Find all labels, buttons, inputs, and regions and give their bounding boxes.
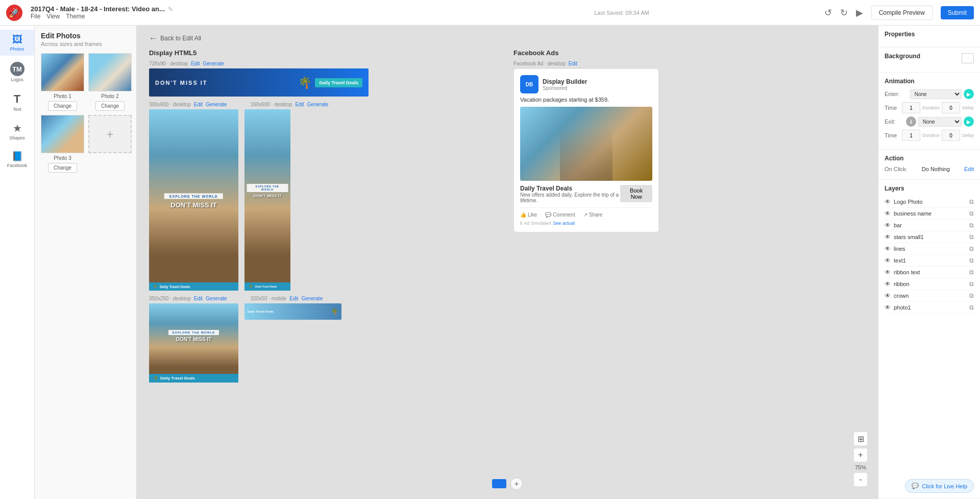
animation-title: Animation (885, 78, 974, 85)
facebook-ads-section: Facebook Ads Facebook Ad · desktop Edit … (513, 49, 866, 383)
size-label-350: 350x250 · desktop Edit Generate 320x50 ·… (149, 296, 501, 301)
menu-file[interactable]: File (31, 13, 40, 20)
generate-728-link[interactable]: Generate (203, 61, 224, 66)
layer-name-photo1: photo1 (894, 304, 911, 311)
enter-play-button[interactable]: ▶ (964, 89, 974, 99)
right-panel: Properties Background Animation Enter: N… (878, 26, 980, 499)
photo-thumb-1[interactable] (41, 53, 84, 91)
compile-preview-button[interactable]: Compile Preview (871, 6, 933, 20)
layer-visibility-logo_photo[interactable]: 👁 (885, 198, 891, 205)
layer-copy-logo_photo[interactable]: ⧉ (969, 198, 974, 205)
footer-palm-350: 🌴 (153, 376, 158, 381)
menu-view[interactable]: View (46, 13, 60, 20)
edit-300-link[interactable]: Edit (194, 102, 203, 107)
layer-left-crown: 👁 crown (885, 292, 909, 299)
layer-copy-ribbon[interactable]: ⧉ (969, 280, 974, 288)
add-photo-button[interactable]: + (88, 115, 132, 153)
layer-visibility-lines[interactable]: 👁 (885, 245, 891, 252)
change-photo-3-button[interactable]: Change (48, 163, 77, 173)
layer-visibility-ribbon[interactable]: 👁 (885, 280, 891, 288)
layer-copy-lines[interactable]: ⧉ (969, 245, 974, 252)
play-button[interactable]: ▶ (856, 7, 863, 18)
enter-animation-select[interactable]: None (910, 89, 962, 99)
layer-visibility-stars_small1[interactable]: 👁 (885, 233, 891, 241)
zoom-in-button[interactable]: + (853, 448, 868, 462)
fb-reactions: 👍 Like 💬 Comment ↗ Share (520, 207, 652, 218)
tool-logos[interactable]: TM Logos (0, 58, 34, 86)
layer-copy-stars_small1[interactable]: ⧉ (969, 233, 974, 241)
edit-320-link[interactable]: Edit (289, 296, 298, 301)
ad-300x600[interactable]: EXPLORE THE WORLD DON'T MISS IT 🌴 Daily … (149, 109, 238, 291)
share-button[interactable]: ↗ Share (583, 212, 603, 218)
document-title: 2017Q4 - Male - 18-24 - Interest: Video … (31, 5, 165, 13)
layer-copy-photo1[interactable]: ⧉ (969, 304, 974, 311)
layout-view-button[interactable]: ⊞ (853, 432, 868, 446)
ad-350x250[interactable]: EXPLORE THE WORLD DON'T MISS IT 🌴 Daily … (149, 303, 238, 383)
logos-label: Logos (11, 77, 23, 82)
layer-copy-bar[interactable]: ⧉ (969, 222, 974, 229)
ad-160x600[interactable]: EXPLORE THE WORLD DON'T MISS IT 🌴 Daily … (244, 109, 290, 291)
comment-button[interactable]: 💬 Comment (545, 212, 575, 218)
edit-160-link[interactable]: Edit (295, 102, 304, 107)
back-arrow-icon: ← (149, 34, 157, 43)
banner-728-ad[interactable]: DON'T MISS IT 🌴 Daily Travel Deals (149, 68, 369, 97)
like-button[interactable]: 👍 Like (520, 212, 537, 218)
change-photo-1-button[interactable]: Change (48, 101, 77, 111)
add-frame-button[interactable]: + (510, 478, 523, 490)
layer-left-photo1: 👁 photo1 (885, 304, 911, 311)
layer-name-business_name: business name (894, 210, 932, 217)
tool-text[interactable]: T Text (0, 88, 34, 116)
frame-indicator[interactable] (492, 479, 506, 488)
tool-photos[interactable]: 🖼 Photos (0, 30, 34, 56)
do-nothing-label: Do Nothing (922, 166, 950, 172)
layer-copy-business_name[interactable]: ⧉ (969, 210, 974, 217)
zoom-level: 75% (855, 464, 866, 470)
exit-info-button[interactable]: ℹ (906, 116, 916, 127)
undo-button[interactable]: ↺ (824, 7, 832, 18)
facebook-section-title: Facebook Ads (513, 49, 866, 57)
photo-thumb-3[interactable] (41, 115, 84, 153)
redo-button[interactable]: ↻ (840, 7, 848, 18)
menu-theme[interactable]: Theme (66, 13, 85, 20)
tool-facebook[interactable]: 📘 Facebook (0, 147, 34, 172)
layer-copy-text1[interactable]: ⧉ (969, 257, 974, 264)
exit-animation-select[interactable]: None (918, 117, 962, 127)
generate-350-link[interactable]: Generate (206, 296, 227, 301)
live-help-button[interactable]: 💬 Click for Live Help (905, 479, 974, 493)
edit-title-icon[interactable]: ✎ (168, 6, 173, 13)
background-color-swatch[interactable] (962, 53, 974, 63)
layer-ribbon: 👁 ribbon ⧉ (885, 278, 974, 290)
facebook-label: Facebook (7, 163, 28, 168)
change-photo-2-button[interactable]: Change (95, 101, 125, 111)
generate-300-link[interactable]: Generate (206, 102, 227, 107)
enter-time-input[interactable] (902, 102, 920, 113)
generate-320-link[interactable]: Generate (302, 296, 323, 301)
photo-thumb-2[interactable] (88, 53, 132, 91)
layer-visibility-bar[interactable]: 👁 (885, 222, 891, 229)
edit-728-link[interactable]: Edit (191, 61, 200, 66)
layer-visibility-crown[interactable]: 👁 (885, 292, 891, 299)
edit-350-link[interactable]: Edit (194, 296, 203, 301)
tool-shapes[interactable]: ★ Shapes (0, 118, 34, 145)
enter-duration-input[interactable] (942, 102, 960, 113)
banner-cta[interactable]: Daily Travel Deals (315, 78, 362, 87)
layer-visibility-photo1[interactable]: 👁 (885, 304, 891, 311)
see-actual-link[interactable]: See actual (553, 221, 575, 226)
back-to-edit-all-button[interactable]: ← Back to Edit All (149, 34, 201, 43)
layer-visibility-ribbon_text[interactable]: 👁 (885, 269, 891, 276)
submit-button[interactable]: Submit (941, 6, 974, 19)
layer-copy-ribbon_text[interactable]: ⧉ (969, 269, 974, 276)
fb-book-now-button[interactable]: Book Now (620, 185, 652, 202)
exit-time-input[interactable] (902, 130, 920, 141)
layer-copy-crown[interactable]: ⧉ (969, 292, 974, 299)
ad-320x50[interactable]: Daily Travel Deals 🌴 (244, 303, 341, 320)
zoom-out-button[interactable]: - (853, 472, 868, 487)
layer-left-lines: 👁 lines (885, 245, 905, 252)
layer-visibility-text1[interactable]: 👁 (885, 257, 891, 264)
exit-duration-input[interactable] (942, 130, 960, 141)
layer-visibility-business_name[interactable]: 👁 (885, 210, 891, 217)
exit-play-button[interactable]: ▶ (964, 116, 974, 127)
action-edit-link[interactable]: Edit (964, 166, 974, 172)
generate-160-link[interactable]: Generate (307, 102, 329, 107)
edit-fb-link[interactable]: Edit (569, 61, 577, 66)
